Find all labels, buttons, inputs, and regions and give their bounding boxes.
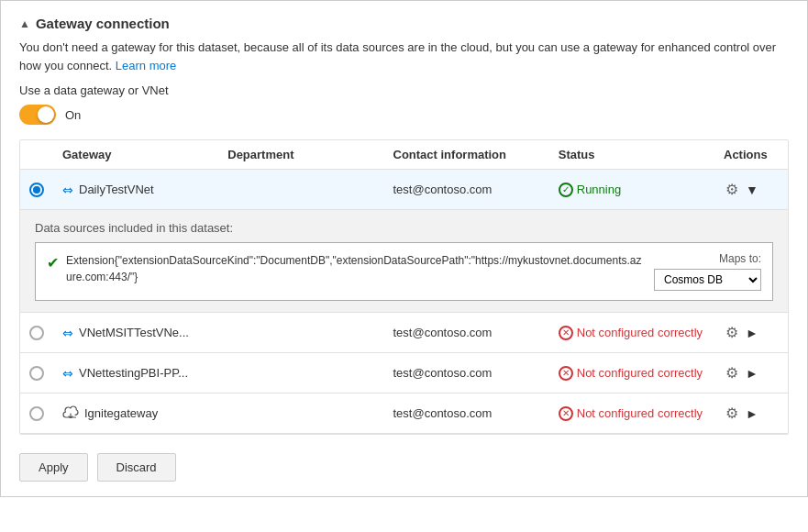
gateway-cell-2: ⇔ VNetMSITTestVNe... bbox=[53, 326, 218, 340]
contact-text-2: test@contoso.com bbox=[393, 326, 493, 339]
datasource-box: ✔ Extension{"extensionDataSourceKind":"D… bbox=[35, 242, 773, 301]
contact-text-1: test@contoso.com bbox=[393, 183, 493, 196]
gear-button-3[interactable]: ⚙ bbox=[724, 362, 740, 383]
gateway-name-1: DailyTestVNet bbox=[79, 183, 154, 196]
table-row: Ignitegateway test@contoso.com ✕ Not con… bbox=[20, 393, 788, 434]
collapse-icon[interactable]: ▲ bbox=[19, 17, 30, 30]
chevron-right-button-3[interactable]: ► bbox=[744, 364, 760, 382]
gear-button-2[interactable]: ⚙ bbox=[724, 322, 740, 343]
radio-cell-2[interactable] bbox=[20, 326, 53, 340]
radio-btn-2[interactable] bbox=[29, 326, 44, 340]
contact-text-3: test@contoso.com bbox=[393, 366, 493, 380]
contact-cell-1: test@contoso.com bbox=[384, 183, 549, 196]
gateway-name-4: Ignitegateway bbox=[84, 406, 158, 420]
actions-cell-2: ⚙ ► bbox=[714, 322, 788, 343]
datasource-text: Extension{"extensionDataSourceKind":"Doc… bbox=[66, 252, 645, 285]
gateway-name-2: VNetMSITTestVNe... bbox=[79, 326, 189, 339]
radio-cell-4[interactable] bbox=[20, 406, 53, 421]
gateway-name-3: VNettestingPBI-PP... bbox=[79, 366, 188, 380]
status-error-4: ✕ Not configured correctly bbox=[559, 406, 703, 421]
network-icon-3: ⇔ bbox=[62, 366, 73, 381]
gateway-toggle[interactable] bbox=[19, 105, 56, 125]
status-cell-3: ✕ Not configured correctly bbox=[549, 366, 714, 381]
radio-btn-4[interactable] bbox=[29, 406, 44, 421]
status-error-2: ✕ Not configured correctly bbox=[559, 326, 703, 340]
x-circle-icon-4: ✕ bbox=[559, 406, 573, 421]
toggle-knob bbox=[38, 106, 54, 123]
expanded-datasource-section: Data sources included in this dataset: ✔… bbox=[20, 210, 788, 313]
chevron-right-button-4[interactable]: ► bbox=[744, 405, 760, 423]
datasource-right: Maps to: Cosmos DB Azure SQL Azure Blob bbox=[654, 252, 761, 291]
radio-btn-1[interactable] bbox=[29, 183, 44, 197]
datasource-left: ✔ Extension{"extensionDataSourceKind":"D… bbox=[47, 252, 645, 285]
gateway-cell-1: ⇔ DailyTestVNet bbox=[53, 183, 218, 197]
actions-cell-4: ⚙ ► bbox=[714, 403, 788, 424]
radio-cell-1[interactable] bbox=[20, 183, 53, 197]
radio-cell-3[interactable] bbox=[20, 366, 53, 381]
toggle-row: On bbox=[19, 105, 789, 125]
toggle-section-label: Use a data gateway or VNet bbox=[19, 83, 789, 97]
apply-button[interactable]: Apply bbox=[19, 453, 88, 482]
toggle-on-label: On bbox=[65, 108, 81, 122]
contact-text-4: test@contoso.com bbox=[393, 406, 493, 420]
maps-to-select[interactable]: Cosmos DB Azure SQL Azure Blob bbox=[654, 269, 761, 291]
gear-button-4[interactable]: ⚙ bbox=[724, 403, 740, 424]
gateway-table: Gateway Department Contact information S… bbox=[19, 139, 789, 435]
status-error-3: ✕ Not configured correctly bbox=[559, 366, 703, 381]
col-status: Status bbox=[549, 148, 714, 161]
status-running-1: ✓ Running bbox=[559, 183, 621, 197]
table-row: ⇔ VNetMSITTestVNe... test@contoso.com ✕ … bbox=[20, 313, 788, 353]
panel-title-text: Gateway connection bbox=[36, 16, 170, 31]
status-text-3: Not configured correctly bbox=[577, 366, 703, 380]
network-icon-1: ⇔ bbox=[62, 183, 73, 197]
status-cell-2: ✕ Not configured correctly bbox=[549, 326, 714, 340]
cloud-icon-4 bbox=[62, 405, 79, 421]
check-circle-icon-1: ✓ bbox=[559, 183, 573, 197]
maps-to-label: Maps to: bbox=[719, 252, 761, 265]
contact-cell-2: test@contoso.com bbox=[384, 326, 549, 339]
status-text-1: Running bbox=[577, 183, 621, 196]
datasource-check-icon: ✔ bbox=[47, 254, 59, 272]
gateway-cell-4: Ignitegateway bbox=[53, 405, 218, 421]
table-header: Gateway Department Contact information S… bbox=[20, 140, 788, 170]
chevron-right-button-2[interactable]: ► bbox=[744, 324, 760, 342]
panel-description: You don't need a gateway for this datase… bbox=[19, 39, 789, 74]
status-text-4: Not configured correctly bbox=[577, 406, 703, 420]
actions-cell-3: ⚙ ► bbox=[714, 362, 788, 383]
radio-btn-3[interactable] bbox=[29, 366, 44, 381]
x-circle-icon-2: ✕ bbox=[559, 326, 573, 340]
col-radio bbox=[20, 148, 53, 161]
x-circle-icon-3: ✕ bbox=[559, 366, 573, 381]
gateway-connection-panel: ▲ Gateway connection You don't need a ga… bbox=[0, 0, 808, 497]
panel-title-row: ▲ Gateway connection bbox=[19, 16, 789, 31]
col-gateway: Gateway bbox=[53, 148, 218, 161]
col-department: Department bbox=[218, 148, 383, 161]
col-contact: Contact information bbox=[384, 148, 549, 161]
actions-cell-1: ⚙ ▼ bbox=[714, 179, 788, 200]
gear-button-1[interactable]: ⚙ bbox=[724, 179, 740, 200]
gateway-cell-3: ⇔ VNettestingPBI-PP... bbox=[53, 366, 218, 381]
status-text-2: Not configured correctly bbox=[577, 326, 703, 339]
status-cell-1: ✓ Running bbox=[549, 183, 714, 197]
contact-cell-4: test@contoso.com bbox=[384, 406, 549, 420]
col-actions: Actions bbox=[714, 148, 788, 161]
table-row: ⇔ DailyTestVNet test@contoso.com ✓ Runni… bbox=[20, 170, 788, 210]
learn-more-link[interactable]: Learn more bbox=[116, 59, 176, 72]
status-cell-4: ✕ Not configured correctly bbox=[549, 406, 714, 421]
network-icon-2: ⇔ bbox=[62, 326, 73, 340]
discard-button[interactable]: Discard bbox=[97, 453, 176, 482]
contact-cell-3: test@contoso.com bbox=[384, 366, 549, 380]
table-row: ⇔ VNettestingPBI-PP... test@contoso.com … bbox=[20, 353, 788, 393]
chevron-down-button-1[interactable]: ▼ bbox=[744, 181, 760, 199]
footer-buttons: Apply Discard bbox=[19, 449, 789, 482]
datasource-label: Data sources included in this dataset: bbox=[35, 221, 773, 235]
